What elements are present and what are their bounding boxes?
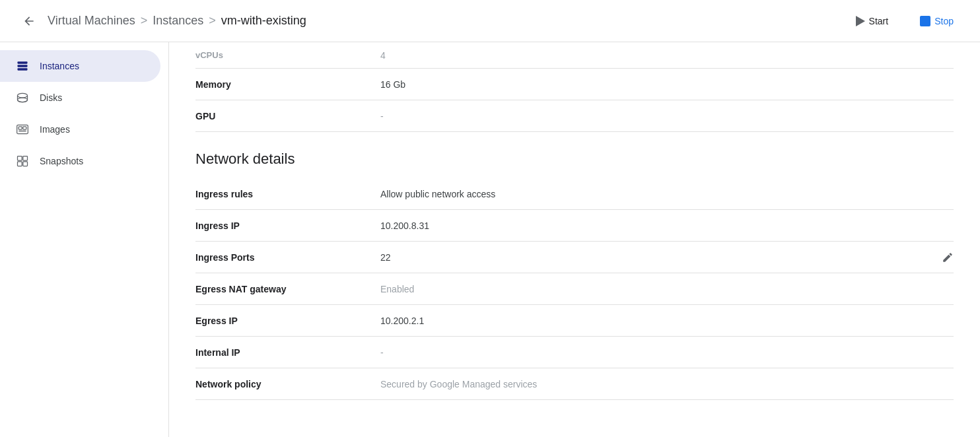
sidebar-item-instances[interactable]: Instances <box>0 50 160 82</box>
snapshots-icon <box>16 154 29 168</box>
start-button[interactable]: Start <box>845 11 899 32</box>
header: Virtual Machines > Instances > vm-with-e… <box>0 0 980 42</box>
table-row: Memory 16 Gb <box>195 69 954 100</box>
gpu-label: GPU <box>195 111 380 121</box>
partial-rows: vCPUs 4 Memory 16 Gb GPU - <box>195 42 954 132</box>
svg-point-5 <box>25 69 27 71</box>
sidebar-item-images[interactable]: Images <box>0 114 160 145</box>
breadcrumb-sep2: > <box>209 14 216 28</box>
network-row-value-2: 22 <box>380 252 934 263</box>
stop-button[interactable]: Stop <box>909 11 964 32</box>
svg-rect-9 <box>18 127 22 129</box>
network-row-value-3: Enabled <box>380 284 954 294</box>
table-row: Egress NAT gatewayEnabled <box>195 273 954 305</box>
breadcrumb: Virtual Machines > Instances > vm-with-e… <box>48 14 845 28</box>
network-row-value-4: 10.200.2.1 <box>380 316 954 326</box>
network-row-label-1: Ingress IP <box>195 220 380 231</box>
network-details-table: Ingress rulesAllow public network access… <box>195 178 954 400</box>
sidebar: Instances Disks Images <box>0 42 169 437</box>
network-row-label-3: Egress NAT gateway <box>195 284 380 294</box>
stop-icon <box>920 16 930 26</box>
images-icon <box>16 123 29 136</box>
breadcrumb-sep1: > <box>141 14 148 28</box>
sidebar-item-snapshots[interactable]: Snapshots <box>0 145 160 177</box>
gpu-value: - <box>380 111 954 121</box>
vcpus-value-partial: 4 <box>380 50 954 61</box>
main-layout: Instances Disks Images <box>0 42 980 437</box>
svg-point-6 <box>18 93 28 98</box>
svg-rect-12 <box>18 156 22 161</box>
network-row-label-6: Network policy <box>195 379 380 389</box>
network-row-value-5: - <box>380 347 954 358</box>
table-row: Ingress rulesAllow public network access <box>195 178 954 210</box>
table-row: Egress IP10.200.2.1 <box>195 305 954 337</box>
sidebar-label-images: Images <box>40 124 70 135</box>
breadcrumb-instances[interactable]: Instances <box>153 14 203 28</box>
disk-icon <box>16 91 29 104</box>
network-row-label-5: Internal IP <box>195 347 380 358</box>
breadcrumb-current-vm: vm-with-existing <box>221 14 306 28</box>
svg-rect-11 <box>18 131 26 132</box>
svg-point-3 <box>25 62 27 64</box>
svg-rect-13 <box>23 156 28 161</box>
network-row-value-0: Allow public network access <box>380 189 954 199</box>
vcpus-label-partial: vCPUs <box>195 50 380 60</box>
svg-rect-10 <box>23 127 26 129</box>
table-row: Ingress Ports22 <box>195 242 954 273</box>
svg-rect-15 <box>23 162 28 166</box>
start-icon <box>856 16 865 26</box>
sidebar-label-disks: Disks <box>40 92 62 103</box>
network-row-label-2: Ingress Ports <box>195 252 380 263</box>
memory-value: 16 Gb <box>380 79 954 90</box>
back-button[interactable] <box>16 8 42 34</box>
table-row: Internal IP- <box>195 337 954 368</box>
table-row: Network policySecured by Google Managed … <box>195 368 954 400</box>
table-row: Ingress IP10.200.8.31 <box>195 210 954 242</box>
edit-icon[interactable] <box>942 252 954 263</box>
svg-point-4 <box>25 65 27 67</box>
network-row-value-6: Secured by Google Managed services <box>380 379 954 389</box>
sidebar-label-snapshots: Snapshots <box>40 156 83 166</box>
instance-icon <box>16 59 29 73</box>
svg-rect-14 <box>18 162 22 166</box>
start-label: Start <box>869 16 889 26</box>
content-area: vCPUs 4 Memory 16 Gb GPU - Network detai… <box>169 42 980 437</box>
sidebar-item-disks[interactable]: Disks <box>0 82 160 114</box>
svg-point-7 <box>18 98 28 102</box>
stop-label: Stop <box>934 16 954 26</box>
table-row: vCPUs 4 <box>195 42 954 69</box>
network-row-label-4: Egress IP <box>195 316 380 326</box>
network-row-label-0: Ingress rules <box>195 189 380 199</box>
sidebar-label-instances: Instances <box>40 61 79 71</box>
header-actions: Start Stop <box>845 11 964 32</box>
network-row-value-1: 10.200.8.31 <box>380 220 954 231</box>
table-row: GPU - <box>195 100 954 132</box>
memory-label: Memory <box>195 79 380 90</box>
network-details-heading: Network details <box>195 151 954 168</box>
breadcrumb-virtual-machines[interactable]: Virtual Machines <box>48 14 135 28</box>
